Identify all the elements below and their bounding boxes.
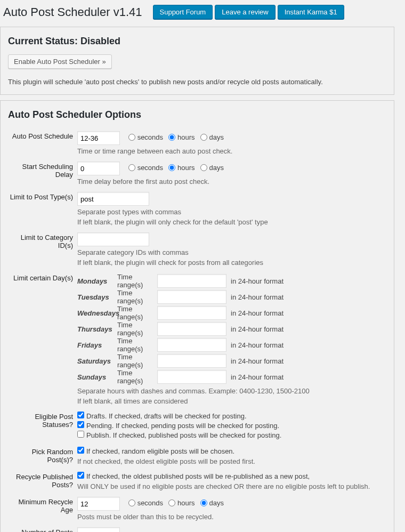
post-types-desc1: Separate post types with commas	[77, 208, 386, 216]
categories-desc2: If left blank, the plugin will check for…	[77, 259, 386, 267]
drafts-text: Drafts. If checked, drafts will be check…	[86, 412, 247, 420]
day-name: Fridays	[77, 341, 117, 349]
time-range-label: Time range(s)	[117, 289, 157, 305]
random-desc: If not checked, the oldest eligible post…	[77, 457, 386, 465]
recycle-desc: Will ONLY be used if no eligible posts a…	[77, 482, 386, 490]
support-forum-button[interactable]: Support Forum	[153, 5, 213, 19]
eligible-label: Eligible Post Statuses?	[8, 408, 77, 444]
day-time-input[interactable]	[157, 354, 226, 368]
status-heading: Current Status: Disabled	[8, 36, 386, 47]
schedule-days-radio[interactable]	[200, 134, 207, 141]
num-posts-label: Number of Posts	[8, 524, 77, 532]
delay-seconds-radio[interactable]	[128, 164, 135, 171]
day-row: WednesdaysTime range(s)in 24-hour format	[77, 305, 386, 321]
post-types-input[interactable]	[77, 192, 149, 206]
schedule-label: Auto Post Schedule	[8, 128, 77, 158]
min-age-input[interactable]	[77, 497, 120, 511]
status-description: This plugin will schedule 'auto post che…	[8, 78, 386, 86]
leave-review-button[interactable]: Leave a review	[215, 5, 275, 19]
time-range-label: Time range(s)	[117, 337, 157, 353]
random-text: If checked, random eligible posts will b…	[86, 447, 234, 455]
time-range-label: Time range(s)	[117, 321, 157, 337]
day-time-input[interactable]	[157, 338, 226, 352]
day-suffix: in 24-hour format	[231, 357, 284, 365]
page-title: Auto Post Scheduler v1.41	[0, 5, 142, 19]
recycle-text: If checked, the oldest published posts w…	[86, 472, 310, 480]
day-row: SaturdaysTime range(s)in 24-hour format	[77, 353, 386, 369]
day-row: ThursdaysTime range(s)in 24-hour format	[77, 321, 386, 337]
day-name: Saturdays	[77, 357, 117, 365]
schedule-input[interactable]	[77, 131, 120, 145]
days-desc1: Separate hours with dashes and commas. E…	[77, 387, 386, 395]
status-panel: Current Status: Disabled Enable Auto Pos…	[0, 27, 394, 95]
time-range-label: Time range(s)	[117, 273, 157, 289]
day-suffix: in 24-hour format	[231, 277, 284, 285]
day-suffix: in 24-hour format	[231, 309, 284, 317]
day-row: TuesdaysTime range(s)in 24-hour format	[77, 289, 386, 305]
delay-hours-radio[interactable]	[168, 164, 175, 171]
min-age-label: Minimum Recycle Age	[8, 494, 77, 524]
day-name: Tuesdays	[77, 293, 117, 301]
day-suffix: in 24-hour format	[231, 325, 284, 333]
categories-input[interactable]	[77, 232, 149, 246]
day-name: Thursdays	[77, 325, 117, 333]
age-seconds-radio[interactable]	[128, 499, 135, 506]
days-label: Limit certain Day(s)	[8, 270, 77, 408]
schedule-desc: Time or time range between each auto pos…	[77, 147, 386, 155]
day-name: Wednesdays	[77, 309, 117, 317]
num-posts-input[interactable]	[77, 527, 120, 532]
recycle-checkbox[interactable]	[77, 472, 84, 479]
random-checkbox[interactable]	[77, 447, 84, 454]
delay-label: Start Scheduling Delay	[8, 158, 77, 189]
random-label: Pick Random Post(s)?	[8, 444, 77, 469]
pending-checkbox[interactable]	[77, 421, 84, 428]
time-range-label: Time range(s)	[117, 353, 157, 369]
day-row: SundaysTime range(s)in 24-hour format	[77, 369, 386, 385]
drafts-checkbox[interactable]	[77, 412, 84, 418]
options-panel: Auto Post Scheduler Options Auto Post Sc…	[0, 100, 394, 532]
day-time-input[interactable]	[157, 274, 226, 288]
pending-text: Pending. If checked, pending posts will …	[86, 422, 279, 430]
day-row: FridaysTime range(s)in 24-hour format	[77, 337, 386, 353]
categories-desc1: Separate category IDs with commas	[77, 248, 386, 256]
day-suffix: in 24-hour format	[231, 341, 284, 349]
enable-scheduler-button[interactable]: Enable Auto Post Scheduler »	[8, 54, 112, 69]
day-suffix: in 24-hour format	[231, 373, 284, 381]
instant-karma-button[interactable]: Instant Karma $1	[278, 5, 344, 19]
day-time-input[interactable]	[157, 370, 226, 384]
days-label: days	[209, 133, 224, 141]
post-types-desc2: If left blank, the plugin will only chec…	[77, 218, 386, 226]
day-suffix: in 24-hour format	[231, 293, 284, 301]
delay-days-radio[interactable]	[200, 164, 207, 171]
delay-desc: Time delay before the first auto post ch…	[77, 178, 386, 186]
day-name: Mondays	[77, 277, 117, 285]
schedule-hours-radio[interactable]	[168, 134, 175, 141]
hours-label: hours	[177, 133, 195, 141]
day-time-input[interactable]	[157, 306, 226, 320]
categories-label: Limit to Category ID(s)	[8, 229, 77, 270]
min-age-desc: Posts must be older than this to be recy…	[77, 513, 386, 521]
days-desc2: If left blank, all times are considered	[77, 397, 386, 405]
options-heading: Auto Post Scheduler Options	[8, 109, 386, 120]
recycle-label: Recycle Published Posts?	[8, 469, 77, 494]
publish-checkbox[interactable]	[77, 431, 84, 438]
age-days-radio[interactable]	[200, 499, 207, 506]
time-range-label: Time range(s)	[117, 369, 157, 385]
schedule-seconds-radio[interactable]	[128, 134, 135, 141]
day-time-input[interactable]	[157, 290, 226, 304]
age-hours-radio[interactable]	[168, 499, 175, 506]
seconds-label: seconds	[137, 133, 163, 141]
time-range-label: Time range(s)	[117, 305, 157, 321]
post-types-label: Limit to Post Type(s)	[8, 189, 77, 229]
delay-input[interactable]	[77, 162, 120, 175]
publish-text: Publish. If checked, published posts wil…	[86, 431, 281, 439]
day-row: MondaysTime range(s)in 24-hour format	[77, 273, 386, 289]
day-name: Sundays	[77, 373, 117, 381]
day-time-input[interactable]	[157, 322, 226, 336]
